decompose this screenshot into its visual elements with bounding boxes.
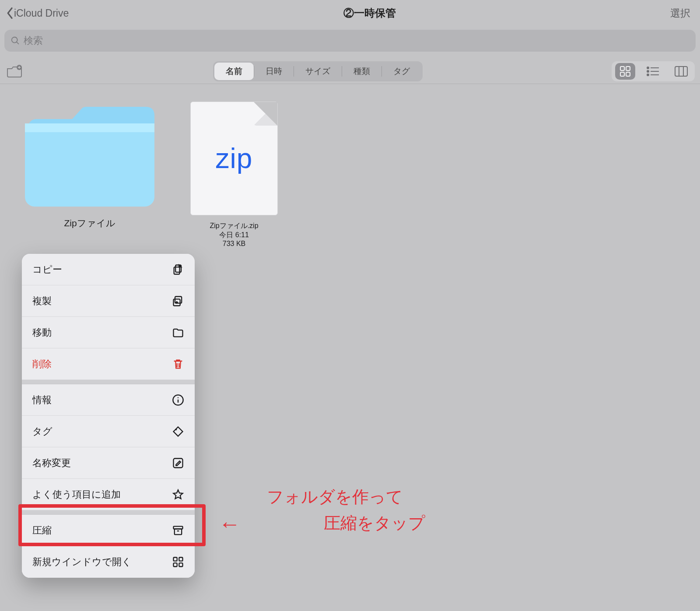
ctx-move[interactable]: 移動 [22,317,195,348]
svg-rect-11 [675,67,687,76]
ctx-copy[interactable]: コピー [22,254,195,285]
svg-rect-2 [626,67,630,70]
ctx-tags[interactable]: タグ [22,416,195,447]
svg-point-22 [178,397,178,398]
zip-size: 733 KB [223,240,245,248]
view-columns[interactable] [671,63,691,80]
pencil-icon [172,457,184,469]
archive-icon [172,524,184,537]
svg-rect-1 [620,67,624,70]
svg-rect-31 [179,563,182,566]
svg-rect-17 [174,267,180,274]
ctx-favorite[interactable]: よく使う項目に追加 [22,479,195,510]
svg-point-5 [647,67,649,69]
search-icon [10,36,20,46]
zip-thumb-label: zip [216,142,253,175]
ctx-compress-label: 圧縮 [32,524,52,537]
ctx-duplicate[interactable]: 複製 [22,285,195,317]
svg-rect-26 [175,529,182,534]
back-button[interactable]: iCloud Drive [6,7,69,19]
tag-icon [172,425,184,438]
folder-icon [20,102,160,211]
annotation-arrow: ← [219,511,241,537]
ctx-delete[interactable]: 削除 [22,348,195,380]
ctx-delete-label: 削除 [32,358,52,371]
duplicate-icon [172,295,184,307]
sort-name[interactable]: 名前 [214,63,254,80]
copy-icon [172,263,184,276]
ctx-rename[interactable]: 名称変更 [22,447,195,479]
svg-rect-4 [626,72,630,76]
folder-item[interactable]: Zipファイル [18,102,162,229]
ctx-new-window[interactable]: 新規ウインドウで開く [22,546,195,578]
svg-rect-28 [174,558,177,561]
trash-icon [172,358,184,370]
columns-icon [675,66,688,77]
grid-icon [620,66,631,77]
zip-name: Zipファイル.zip [210,221,258,231]
sort-tag[interactable]: タグ [382,63,421,80]
view-mode-group [612,61,695,81]
svg-rect-14 [25,123,154,207]
file-grid: Zipファイル zip Zipファイル.zip 今日 6:11 733 KB [0,84,700,265]
sort-segment: 名前 日時 サイズ 種類 タグ [213,61,423,81]
ctx-tags-label: タグ [32,425,52,438]
search-input[interactable] [24,35,690,46]
svg-point-23 [175,428,177,430]
sort-kind[interactable]: 種類 [342,63,382,80]
view-grid[interactable] [615,63,635,80]
ctx-info-label: 情報 [32,393,52,407]
context-menu: コピー 複製 移動 削除 情報 タグ 名称変更 [22,254,195,578]
annotation-line1: フォルダを作って [267,486,403,508]
toolbar: 名前 日時 サイズ 種類 タグ [0,59,700,84]
info-icon [172,394,184,406]
ctx-compress[interactable]: 圧縮 [22,515,195,546]
svg-rect-30 [174,563,177,566]
back-label: iCloud Drive [14,7,69,19]
annotation-line2: 圧縮をタップ [324,512,425,534]
chevron-left-icon [6,7,13,19]
ctx-info[interactable]: 情報 [22,384,195,416]
page-title: ②一時保管 [69,6,670,20]
ctx-rename-label: 名称変更 [32,456,71,470]
ctx-duplicate-label: 複製 [32,295,52,308]
new-folder-button[interactable] [5,63,24,79]
list-icon [647,67,660,76]
folder-icon [172,327,184,339]
svg-rect-3 [620,72,624,76]
ctx-copy-label: コピー [32,263,62,276]
sort-size[interactable]: サイズ [294,63,342,80]
sort-date[interactable]: 日時 [254,63,294,80]
grid-small-icon [172,556,184,568]
ctx-separator [22,510,195,515]
ctx-separator [22,380,195,384]
folder-name: Zipファイル [18,217,162,229]
star-icon [172,488,184,501]
svg-rect-15 [25,123,154,132]
svg-point-7 [647,70,649,72]
select-button[interactable]: 選択 [670,7,694,20]
ctx-favorite-label: よく使う項目に追加 [32,488,121,501]
zip-item[interactable]: zip Zipファイル.zip 今日 6:11 733 KB [188,102,280,248]
zip-thumb: zip [190,102,278,215]
ctx-move-label: 移動 [32,326,52,339]
ctx-new-window-label: 新規ウインドウで開く [32,555,132,569]
zip-date: 今日 6:11 [219,231,249,240]
search-container [0,26,700,59]
nav-bar: iCloud Drive ②一時保管 選択 [0,0,700,26]
svg-rect-29 [179,558,182,561]
svg-point-9 [647,74,649,76]
search-field[interactable] [4,30,696,52]
folder-plus-icon [6,65,23,78]
view-list[interactable] [643,63,663,80]
